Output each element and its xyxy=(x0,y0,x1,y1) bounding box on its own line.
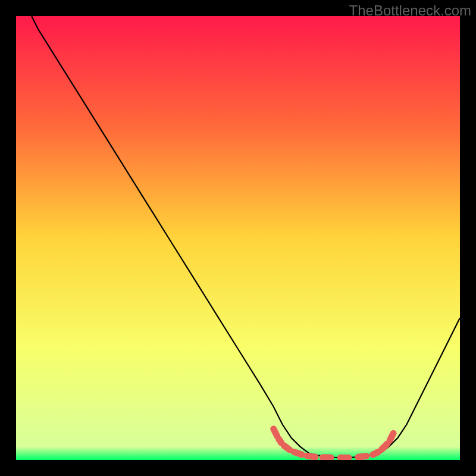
chart-plot-area xyxy=(16,16,460,460)
svg-line-4 xyxy=(307,456,315,457)
svg-line-9 xyxy=(382,444,387,449)
svg-line-7 xyxy=(358,456,367,458)
svg-line-2 xyxy=(284,446,289,450)
svg-point-12 xyxy=(390,430,397,437)
gradient-background xyxy=(16,16,460,460)
svg-line-3 xyxy=(294,452,302,455)
chart-svg xyxy=(16,16,460,460)
svg-line-8 xyxy=(373,452,378,455)
svg-point-11 xyxy=(270,425,277,432)
watermark-text: TheBottleneck.com xyxy=(349,2,471,19)
svg-line-1 xyxy=(279,439,282,443)
